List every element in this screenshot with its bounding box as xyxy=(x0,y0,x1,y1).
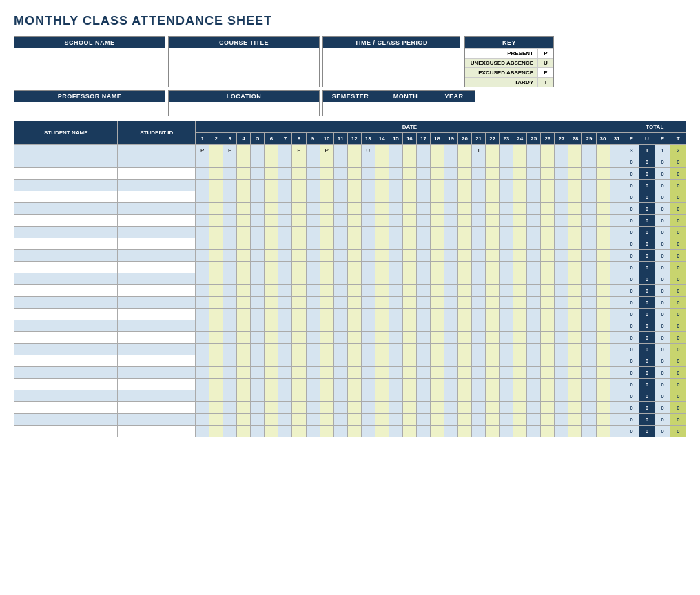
date-cell-5[interactable] xyxy=(251,156,265,168)
date-cell-17[interactable] xyxy=(416,203,430,215)
date-cell-30[interactable] xyxy=(596,402,610,414)
date-cell-12[interactable] xyxy=(347,203,361,215)
date-cell-17[interactable] xyxy=(416,238,430,250)
date-cell-16[interactable] xyxy=(402,203,416,215)
date-cell-23[interactable] xyxy=(500,238,513,250)
month-input[interactable] xyxy=(378,102,433,116)
date-cell-12[interactable] xyxy=(347,355,361,367)
date-cell-5[interactable] xyxy=(251,262,265,273)
date-cell-16[interactable] xyxy=(402,367,416,379)
date-cell-8[interactable] xyxy=(292,168,306,180)
date-cell-31[interactable] xyxy=(610,390,624,402)
date-cell-18[interactable] xyxy=(430,145,444,156)
date-cell-28[interactable] xyxy=(568,227,582,238)
date-cell-10[interactable] xyxy=(320,285,333,297)
date-cell-23[interactable] xyxy=(500,203,513,215)
student-id-cell[interactable] xyxy=(118,273,196,285)
date-cell-8[interactable] xyxy=(292,156,306,168)
date-cell-11[interactable] xyxy=(333,145,347,156)
date-cell-10[interactable] xyxy=(320,390,333,402)
date-cell-12[interactable] xyxy=(347,273,361,285)
date-cell-12[interactable] xyxy=(347,309,361,320)
date-cell-15[interactable] xyxy=(389,156,402,168)
date-cell-31[interactable] xyxy=(610,215,624,227)
date-cell-5[interactable] xyxy=(251,402,265,414)
date-cell-17[interactable] xyxy=(416,215,430,227)
date-cell-16[interactable] xyxy=(402,297,416,309)
student-name-cell[interactable] xyxy=(14,379,118,390)
date-cell-5[interactable] xyxy=(251,414,265,426)
date-cell-5[interactable] xyxy=(251,426,265,437)
date-cell-3[interactable] xyxy=(223,390,237,402)
date-cell-24[interactable] xyxy=(513,332,527,344)
date-cell-14[interactable] xyxy=(375,297,389,309)
date-cell-29[interactable] xyxy=(582,191,596,203)
date-cell-24[interactable] xyxy=(513,414,527,426)
date-cell-28[interactable] xyxy=(568,414,582,426)
date-cell-7[interactable] xyxy=(278,250,292,262)
date-cell-11[interactable] xyxy=(333,227,347,238)
date-cell-4[interactable] xyxy=(237,285,251,297)
date-cell-25[interactable] xyxy=(527,156,541,168)
date-cell-13[interactable] xyxy=(361,203,375,215)
date-cell-8[interactable] xyxy=(292,332,306,344)
date-cell-24[interactable] xyxy=(513,156,527,168)
date-cell-20[interactable] xyxy=(458,215,472,227)
date-cell-24[interactable] xyxy=(513,402,527,414)
date-cell-3[interactable] xyxy=(223,180,237,191)
date-cell-20[interactable] xyxy=(458,402,472,414)
date-cell-29[interactable] xyxy=(582,320,596,332)
date-cell-5[interactable] xyxy=(251,320,265,332)
date-cell-14[interactable] xyxy=(375,168,389,180)
date-cell-8[interactable] xyxy=(292,273,306,285)
date-cell-13[interactable] xyxy=(361,227,375,238)
date-cell-9[interactable] xyxy=(306,156,320,168)
date-cell-26[interactable] xyxy=(541,414,555,426)
date-cell-30[interactable] xyxy=(596,156,610,168)
date-cell-2[interactable] xyxy=(209,156,223,168)
date-cell-26[interactable] xyxy=(541,262,555,273)
date-cell-18[interactable] xyxy=(430,344,444,355)
date-cell-22[interactable] xyxy=(486,250,500,262)
date-cell-6[interactable] xyxy=(265,367,278,379)
date-cell-28[interactable] xyxy=(568,238,582,250)
date-cell-30[interactable] xyxy=(596,262,610,273)
date-cell-1[interactable] xyxy=(196,332,209,344)
date-cell-9[interactable] xyxy=(306,191,320,203)
date-cell-9[interactable] xyxy=(306,414,320,426)
date-cell-14[interactable] xyxy=(375,379,389,390)
date-cell-31[interactable] xyxy=(610,426,624,437)
date-cell-14[interactable] xyxy=(375,344,389,355)
date-cell-2[interactable] xyxy=(209,332,223,344)
date-cell-27[interactable] xyxy=(555,191,568,203)
date-cell-30[interactable] xyxy=(596,180,610,191)
date-cell-3[interactable] xyxy=(223,285,237,297)
date-cell-17[interactable] xyxy=(416,156,430,168)
date-cell-31[interactable] xyxy=(610,250,624,262)
date-cell-8[interactable] xyxy=(292,297,306,309)
date-cell-31[interactable] xyxy=(610,180,624,191)
date-cell-15[interactable] xyxy=(389,367,402,379)
date-cell-4[interactable] xyxy=(237,320,251,332)
date-cell-28[interactable] xyxy=(568,250,582,262)
date-cell-2[interactable] xyxy=(209,320,223,332)
date-cell-7[interactable] xyxy=(278,262,292,273)
time-input[interactable] xyxy=(323,48,460,62)
professor-input[interactable] xyxy=(14,102,165,116)
date-cell-30[interactable] xyxy=(596,227,610,238)
date-cell-11[interactable] xyxy=(333,285,347,297)
student-name-cell[interactable] xyxy=(14,320,118,332)
date-cell-9[interactable] xyxy=(306,168,320,180)
date-cell-12[interactable] xyxy=(347,145,361,156)
date-cell-7[interactable] xyxy=(278,426,292,437)
date-cell-10[interactable] xyxy=(320,180,333,191)
date-cell-26[interactable] xyxy=(541,180,555,191)
date-cell-16[interactable] xyxy=(402,191,416,203)
date-cell-6[interactable] xyxy=(265,402,278,414)
date-cell-16[interactable] xyxy=(402,309,416,320)
date-cell-21[interactable] xyxy=(472,215,486,227)
date-cell-1[interactable] xyxy=(196,156,209,168)
student-name-cell[interactable] xyxy=(14,262,118,273)
date-cell-31[interactable] xyxy=(610,309,624,320)
date-cell-22[interactable] xyxy=(486,203,500,215)
